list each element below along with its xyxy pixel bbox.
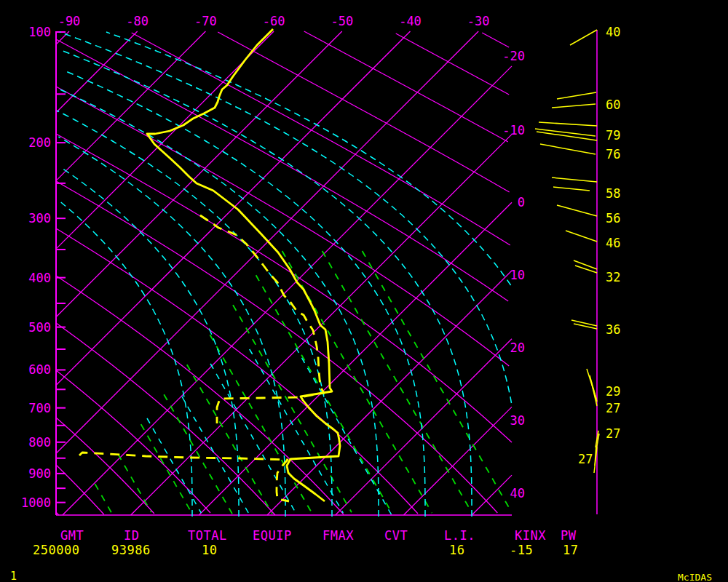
stat-value-li: 16	[449, 543, 464, 557]
pressure-label: 1000	[21, 495, 51, 510]
pressure-label: 300	[28, 211, 51, 226]
right-temp-label: 10	[510, 268, 525, 282]
top-temp-label: -60	[263, 14, 285, 28]
pressure-label: 800	[28, 435, 51, 450]
right-temp-label: -10	[502, 123, 525, 137]
stat-header-li: L.I.	[444, 528, 475, 543]
stat-value-kinx: -15	[510, 543, 533, 557]
right-temp-label: -20	[502, 49, 525, 63]
brand-label: McIDAS	[678, 572, 712, 582]
frame-number: 1	[10, 570, 17, 582]
pressure-label: 100	[28, 25, 51, 39]
wind-speed-label: 32	[606, 270, 620, 284]
stat-value-gmt: 250000	[33, 543, 79, 557]
wind-speed-label: 56	[606, 211, 620, 226]
top-temp-label: -80	[126, 14, 149, 28]
stat-value-id: 93986	[111, 543, 151, 557]
stat-header-cvt: CVT	[384, 528, 408, 543]
stat-header-pw: PW	[561, 528, 576, 543]
stat-header-equip: EQUIP	[253, 528, 292, 543]
pressure-label: 900	[28, 466, 51, 481]
pressure-label: 700	[28, 401, 51, 415]
top-temp-label: -90	[58, 14, 81, 28]
skewt-chart: 4060797658564632362927272710020030040050…	[0, 0, 728, 582]
stat-header-total: TOTAL	[188, 528, 227, 543]
wind-speed-label: 60	[606, 97, 620, 112]
stat-header-id: ID	[124, 528, 139, 543]
chart-background	[0, 0, 728, 582]
wind-speed-label: 29	[606, 384, 620, 399]
right-temp-label: 0	[518, 195, 525, 210]
wind-speed-label: 40	[606, 25, 620, 39]
right-temp-label: 40	[510, 486, 525, 501]
pressure-label: 200	[28, 135, 51, 150]
pressure-label: 400	[28, 271, 51, 285]
stat-value-pw: 17	[563, 543, 578, 557]
wind-speed-label: 46	[606, 236, 620, 250]
pressure-label: 500	[28, 320, 51, 335]
stat-header-kinx: KINX	[515, 528, 546, 543]
wind-speed-label: 36	[606, 322, 620, 337]
top-temp-label: -40	[399, 14, 422, 28]
wind-speed-label: 58	[606, 186, 620, 201]
mcidas-skewt-screen: 4060797658564632362927272710020030040050…	[0, 0, 728, 582]
top-temp-label: -50	[331, 14, 353, 28]
right-temp-label: 30	[510, 413, 525, 428]
wind-speed-label: 76	[606, 147, 620, 162]
stat-header-fmax: FMAX	[323, 528, 354, 543]
top-temp-label: -70	[194, 14, 217, 28]
right-temp-label: 20	[510, 340, 525, 355]
stat-header-gmt: GMT	[60, 528, 84, 543]
wind-speed-label: 27	[606, 401, 620, 415]
stat-value-total: 10	[202, 543, 217, 557]
wind-speed-label: 27	[578, 452, 593, 466]
top-temp-label: -30	[467, 14, 490, 28]
wind-speed-label: 27	[606, 426, 620, 441]
pressure-label: 600	[28, 362, 51, 377]
wind-speed-label: 79	[606, 128, 620, 143]
